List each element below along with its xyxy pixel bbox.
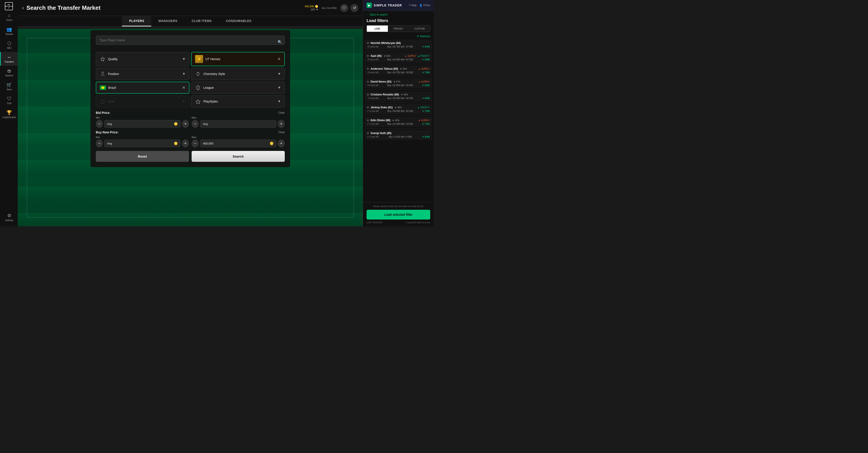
nationality-close-icon[interactable]: ✕ [182,85,185,90]
trader-logo-icon: ▶ [367,3,372,8]
price-pct: ▼ 7.2% [422,110,430,112]
filter-playstyles[interactable]: PlayStyles ▼ [191,95,285,107]
position-chevron-icon: ▼ [182,72,186,76]
buy-min-label: Min: [96,136,189,139]
help-icon: ? [409,4,410,7]
tab-managers[interactable]: Managers [151,16,185,26]
list-item[interactable]: Saúl (85)▼ 50%🔺 SUPPLY▲ PROFIT+~5 mins l… [365,53,432,63]
tab-live[interactable]: LIVE [367,26,388,32]
buy-now-clear-button[interactable]: Clear [278,131,285,134]
bid-max-label: Max: [192,116,285,119]
list-divider [365,115,432,116]
page-title: Search the Transfer Market [26,4,100,11]
buy-min-field[interactable]: Any 🪙 [104,140,181,147]
special-label: UT Heroes [205,57,220,61]
price-pct: ▼ 7.8% [422,71,430,74]
player-dot-icon [367,55,369,57]
action-buttons: Reset Search [96,151,285,162]
bid-clear-button[interactable]: Clear [278,111,285,114]
bid-max-field[interactable]: Any [200,120,276,128]
player-pct: ▼ 50% [383,55,391,57]
page-header: ‹ Search the Transfer Market 466,996 🪙 1… [18,0,363,16]
load-filter-button[interactable]: Load selected filter [367,210,430,220]
hero-icon: ⚡ [195,55,203,63]
profit-badge: ▲ PROFIT+ [417,106,430,109]
player-name: Svenja Huth (85) [371,132,392,135]
special-close-icon[interactable]: ✕ [277,57,281,61]
filter-quality[interactable]: Quality ▼ [96,52,189,66]
list-item[interactable]: Cristiano Ronaldo (86)▼ 49%~2 mins leftB… [365,91,432,101]
filter-nationality[interactable]: Brazil ✕ [96,82,189,94]
club-badge-icon[interactable]: 🛡 [340,4,348,12]
sidebar-item-club[interactable]: 🛡 Club [0,93,18,107]
sidebar-item-home[interactable]: ⌂ Home [0,10,18,24]
bid-min-decrement[interactable]: − [96,120,103,128]
tab-club-items[interactable]: Club Items [185,16,219,26]
reset-button[interactable]: Reset [96,151,189,162]
player-name-input[interactable] [96,35,285,45]
bid-min-increment[interactable]: + [182,120,189,128]
player-name-wrapper: 🔍 [96,35,285,48]
sidebar-item-squads[interactable]: 👥 Squads [0,24,18,38]
list-item[interactable]: Henrikh Mkhitaryan (84)~5 mins leftBuy <… [365,40,432,50]
bid-max-decrement[interactable]: − [192,120,199,128]
list-item[interactable]: David Neres (83)▼ 57%🔺 SUPPLY~4 mins lef… [365,78,432,88]
tab-custom[interactable]: CUSTOM [409,26,430,32]
refresh-row[interactable]: ↺ Refresh [363,35,434,40]
buy-max-decrement[interactable]: − [192,139,199,147]
home-icon: ⌂ [8,13,10,18]
player-pct: ▼ 49% [401,93,408,96]
buy-max-increment[interactable]: + [278,139,285,147]
back-to-search-link[interactable]: ← Back to search [363,11,434,19]
filter-league[interactable]: League ▼ [191,82,285,94]
sidebar-item-leaderboards[interactable]: 🏆 Leaderboards [0,107,18,121]
user-link[interactable]: 👤 KTom [419,4,430,7]
list-divider [365,128,432,129]
list-item[interactable]: Anderson Talisca (84)▼ 34%🔺 SUPPLY~5 min… [365,65,432,76]
list-item[interactable]: Edin Džeko (88)▼ 33%🔺 SUPPLY<~1 min left… [365,117,432,127]
club-chevron-icon: ▼ [182,100,186,104]
list-item[interactable]: Jérémy Doku (81)▼ 48%▲ PROFIT+<~1 min le… [365,104,432,114]
time-left: ~5 mins left [367,71,378,74]
buy-max-field[interactable]: 400,000 🪙 [200,140,276,147]
buy-min-increment[interactable]: + [182,139,189,147]
est-date: Est. Oct 2020 [322,7,337,9]
sidebar: EA SPORTS UT ⌂ Home 👥 Squads ⬡ SBC ↔ Tra… [0,0,18,226]
trader-logo-text: SIMPLE TRADER [374,4,402,7]
price-info: Buy <44 500 Sell ~47 250 [388,58,413,61]
supply-badge: 🔺 SUPPLY [418,119,430,122]
bid-max-increment[interactable]: + [278,120,285,128]
player-dot-icon [367,119,369,121]
supply-badge: 🔺 SUPPLY [418,81,430,83]
back-button[interactable]: ‹ [22,5,24,11]
sidebar-item-store[interactable]: 🛒 Store [0,80,18,93]
buy-now-title: Buy Now Price: [96,131,119,134]
bid-price-inputs: Min: − Any 🪙 + Max: − [96,116,285,128]
sidebar-item-settings[interactable]: ⚙ Settings [0,210,18,224]
list-divider [365,51,432,51]
main-content: ‹ Search the Transfer Market 466,996 🪙 1… [18,0,363,226]
search-icon: 🔍 [278,40,282,44]
sidebar-item-stadium[interactable]: 🏟 Stadium [0,66,18,80]
filter-special[interactable]: ⚡ UT Heroes ✕ [191,52,285,66]
help-link[interactable]: ? Help [409,4,416,7]
bid-min-coin-icon: 🪙 [174,122,178,125]
filter-club[interactable]: Club ▼ [96,95,189,107]
last-session-value: 0 search/0 bid/0 success [406,221,430,224]
sidebar-item-sbc[interactable]: ⬡ SBC [0,38,18,52]
settings-icon: ⚙ [7,213,11,218]
search-button[interactable]: Search [192,151,285,162]
tab-players[interactable]: Players [122,16,151,26]
refresh-icon-header[interactable]: ↺ [350,4,359,12]
tab-preset[interactable]: PRESET [388,26,409,32]
filter-position[interactable]: Position ▼ [96,68,189,80]
buy-min-decrement[interactable]: − [96,139,103,147]
list-item[interactable]: Svenja Huth (85)<~1 min leftBuy <4 100 S… [365,130,432,140]
always-check-note: Always double-check the purchase and sal… [367,205,430,207]
buy-min-group: Min: − Any 🪙 + [96,136,189,147]
filter-chemistry-style[interactable]: Chemistry Style ▼ [191,68,285,80]
tab-consumables[interactable]: Consumables [219,16,258,26]
bid-min-field[interactable]: Any 🪙 [104,120,181,128]
playstyles-icon [195,98,201,105]
sidebar-item-transfers[interactable]: ↔ Transfers [0,52,18,66]
